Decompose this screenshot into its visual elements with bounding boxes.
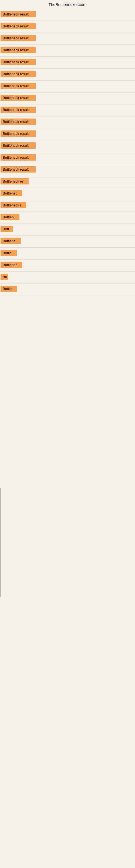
bar-row: Bottleneck result xyxy=(0,81,135,93)
bottleneck-bar[interactable]: Bottler xyxy=(1,286,17,292)
bar-row: Bottlenec xyxy=(0,259,135,272)
bar-row: Bottleneck result xyxy=(0,9,135,21)
bottleneck-bar[interactable]: Bottleneck result xyxy=(1,71,36,77)
bar-row: Bottleneck result xyxy=(0,69,135,81)
bottleneck-bar[interactable]: Bottleneck result xyxy=(1,95,36,101)
bar-row: Bottleneck result xyxy=(0,93,135,104)
bar-row: Bottleneck r xyxy=(0,200,135,212)
bottleneck-bar[interactable]: Bottleneck result xyxy=(1,143,36,149)
site-title: TheBottlenecker.com xyxy=(0,0,135,9)
bottleneck-bar[interactable]: Bo xyxy=(1,274,8,280)
bar-row: Bottlen xyxy=(0,212,135,224)
bottleneck-bar[interactable]: Bottle xyxy=(1,250,17,256)
bottleneck-bar[interactable]: Bottleneck result xyxy=(1,119,36,125)
bottleneck-bar[interactable]: Bottleneck result xyxy=(1,35,36,41)
bottleneck-bar[interactable]: Bottleneck re xyxy=(1,178,29,184)
bar-row: Bottlene xyxy=(0,236,135,248)
bottleneck-bar[interactable]: Bottlen xyxy=(1,214,19,220)
bottleneck-bar[interactable]: Bottleneck r xyxy=(1,202,26,208)
bottleneck-bar[interactable]: Bottlene xyxy=(1,238,21,244)
bottleneck-bar[interactable]: Bottleneck result xyxy=(1,59,36,65)
bar-row: Bottleneck result xyxy=(0,152,135,164)
bottleneck-bar[interactable]: Bottlenec xyxy=(1,262,22,268)
bar-row: Bottleneck result xyxy=(0,128,135,140)
bar-row: Bottleneck result xyxy=(0,140,135,152)
bottleneck-bar[interactable]: Bottleneck result xyxy=(1,130,36,137)
bottleneck-bar[interactable]: Bottleneck result xyxy=(1,83,36,89)
bar-row: Bottleneck result xyxy=(0,116,135,128)
bottleneck-bar[interactable]: Bottleneck result xyxy=(1,23,36,29)
bar-row: Bottleneck re xyxy=(0,176,135,188)
bottleneck-bar[interactable]: Bottlenec xyxy=(1,190,22,196)
bar-row: Bottleneck result xyxy=(0,164,135,176)
bars-container: Bottleneck resultBottleneck resultBottle… xyxy=(0,9,135,296)
bottleneck-bar[interactable]: Bottleneck result xyxy=(1,47,36,53)
bar-row: Bottleneck result xyxy=(0,33,135,45)
bottleneck-bar[interactable]: Bottleneck result xyxy=(1,166,36,173)
bar-row: Bottleneck result xyxy=(0,45,135,57)
bottleneck-bar[interactable]: Bottleneck result xyxy=(1,106,36,113)
bar-row: Bottle xyxy=(0,248,135,259)
bar-row: Bo xyxy=(0,272,135,283)
bottleneck-bar[interactable]: Bottleneck result xyxy=(1,154,36,161)
bottleneck-bar[interactable]: Bottleneck result xyxy=(1,11,36,18)
bottleneck-bar[interactable]: Bott xyxy=(1,226,13,232)
bar-row: Bottleneck result xyxy=(0,21,135,33)
bar-row: Bott xyxy=(0,224,135,236)
bar-row: Bottleneck result xyxy=(0,57,135,69)
bar-row: Bottleneck result xyxy=(0,104,135,116)
bar-row: Bottler xyxy=(0,283,135,296)
bar-row: Bottlenec xyxy=(0,188,135,200)
